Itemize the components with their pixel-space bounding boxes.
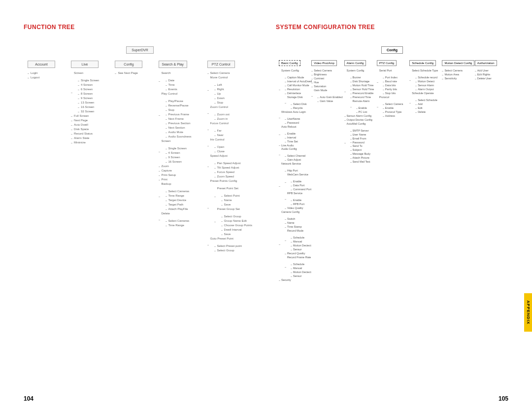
tree-item: Audio Soundness (166, 135, 192, 139)
tree-item: Storage DiskSelect DiskRecycle (285, 96, 312, 110)
tree-item: Full Screen (71, 114, 99, 118)
tree-item: Email From (350, 137, 374, 141)
tree-item: Stop (166, 108, 192, 112)
tree-item: ProtocolSelect CameraEnableProtocol Type… (377, 96, 403, 118)
tree-item: Add User (475, 69, 492, 73)
tree-item: Manual (291, 240, 312, 244)
page-number-left: 104 (24, 395, 33, 402)
tree-item: Baud rate (383, 80, 403, 84)
tree-item: Previous Section (166, 121, 192, 126)
tree-item: Output Device Config (344, 118, 374, 122)
tree-item: Speed AdjustPan Speed AdjustTilt Speed A… (207, 154, 252, 179)
tree-item: Zoom Speed (214, 174, 252, 179)
tree-item: Focus Speed (214, 170, 252, 174)
tree-item: Print Setup (159, 173, 192, 177)
tree-item: Command Port (291, 188, 312, 192)
sc-root-box: Config (381, 46, 403, 54)
tree-item: Select Disk (291, 103, 312, 106)
tree-item: Motion Dectect (291, 271, 312, 274)
tree-item: Zoom (159, 164, 192, 169)
tree-item: Attach Picture (350, 156, 374, 160)
tree-item: Previous Frame (166, 112, 192, 117)
ft-branch: ConfigSee Next Page (115, 61, 142, 253)
tree-item: 9 Screen (166, 155, 192, 160)
sc-branch: PTZ ConfigSerial PortPort IndexBaud rate… (377, 60, 407, 282)
tree-item: Windows Auto LoginUserNamePassword (279, 110, 312, 125)
tree-item: Login (28, 71, 39, 75)
tree-item: Interval (285, 136, 312, 140)
function-tree-title: FUNCTION TREE (24, 24, 256, 31)
sc-branch: Schedule ConfigSelect Schedule TypeSched… (409, 60, 440, 282)
tree-item: Password (285, 121, 312, 125)
tree-item: Motion Dectect (291, 244, 312, 248)
tree-item: Disk Shortage (350, 80, 374, 84)
tree-item: Auto Gain Enabled (317, 96, 342, 100)
tree-item: Zoom out (214, 112, 252, 117)
tree-item: Up (214, 92, 252, 96)
tree-item: Remote AlarmEnablePC List (350, 100, 374, 114)
tree-item: Select Preset point (214, 244, 252, 248)
tree-item: Delete (415, 110, 438, 114)
system-config-tree: Config Basic ConfigSystem ConfigCaption … (276, 44, 508, 340)
ft-branch: Search & PlaySearchDateTimeEventsPlay Co… (159, 61, 192, 253)
ft-branch-box: Live (71, 61, 99, 68)
tree-item: Call Monitor Mode (285, 84, 312, 88)
ft-branch-box: Search & Play (159, 61, 187, 68)
tree-item: Down (214, 96, 252, 101)
tree-item: 13 Screen (78, 101, 99, 105)
tree-item: Select Channel (285, 154, 312, 158)
tree-item: Zoom in (214, 117, 252, 121)
tree-item: Record ModeScheduleManualMotion DectectS… (285, 229, 312, 252)
tree-item: 8 Screen (78, 92, 99, 96)
tree-item: Target Path (166, 203, 192, 207)
sc-branch: Basic ConfigSystem ConfigCaption ModeInt… (279, 60, 309, 282)
tree-item: Iris ControlOpenClose (207, 137, 252, 154)
tree-item: Security (279, 278, 312, 282)
page-number-right: 105 (499, 395, 508, 402)
tree-item: Select Group (221, 214, 252, 219)
tree-item: Schedule (291, 236, 312, 240)
tree-item: Select Camera (311, 69, 342, 73)
sc-branch: Video ProcAmpSelect CameraBrightnessCont… (311, 60, 342, 282)
tree-item: Zoom ControlZoom outZoom in (207, 105, 252, 121)
tree-item: Recycle (291, 106, 312, 110)
tree-item: RPB ServiceEnableRPB Port (285, 192, 312, 206)
tree-item: Goto Preset PointSelect Preset pointSele… (207, 237, 252, 253)
tree-item: AutoMail ConfigSMTP ServerUser NameEmail… (344, 122, 374, 165)
tree-item: Network ServiceHttp PortWebCam ServiceEn… (279, 162, 312, 210)
tree-item: Data Port (291, 184, 312, 188)
tree-item: Select Cameras (166, 189, 192, 194)
tree-item: Time (166, 83, 192, 87)
tree-item: Auto Dwell (71, 123, 99, 127)
appendix-tab: APPENDIX (524, 293, 532, 332)
tree-item: Resolution (285, 88, 312, 92)
sc-branch-box: Motion Detect Config (442, 60, 474, 66)
tree-item: Manual (291, 267, 312, 271)
tree-item: Gain Value (317, 100, 342, 103)
tree-item: Move ControlLeftRightUpDownStop (207, 75, 252, 105)
tree-item: 32 Screen (78, 109, 99, 114)
tree-item: Play/Pause (166, 99, 192, 103)
tree-item: Contrast (311, 77, 342, 81)
sc-branch-box: Video ProcAmp (311, 60, 337, 66)
tree-item: Attach PlayFile (166, 207, 192, 211)
sc-branch-box: Basic Config (279, 60, 300, 66)
tree-item: WebCam ServiceEnableData PortCommand Por… (285, 173, 312, 192)
tree-item: Date (166, 78, 192, 83)
tree-item: Parity bits (383, 88, 403, 92)
tree-item: Sensor Alarm Config (344, 114, 374, 118)
page-left: FUNCTION TREE SuperDVR AccountLoginLogou… (0, 0, 266, 411)
tree-item: Choose Group Points (221, 223, 252, 228)
tree-item: Reverse/Pause (166, 103, 192, 108)
page-right: SYSTEM CONFIGURATION TREE Config Basic C… (266, 0, 532, 411)
sc-branch: Alarm ConfigSystem ConfigBuzzerDisk Shor… (344, 60, 375, 282)
tree-item: Port Index (383, 76, 403, 80)
tree-item: Select Camera (383, 103, 403, 106)
tree-item: DeleteSelect CamerasTime Range (159, 211, 192, 228)
tree-item: Hue (311, 81, 342, 85)
tree-item: ScreenSingle Screen4 Screen9 Screen16 Sc… (159, 139, 192, 164)
tree-item: 16 Screen (78, 105, 99, 109)
tree-item: Sensor Alarm (415, 84, 438, 88)
tree-item: Logout (28, 75, 39, 80)
tree-item: Left (214, 83, 252, 87)
